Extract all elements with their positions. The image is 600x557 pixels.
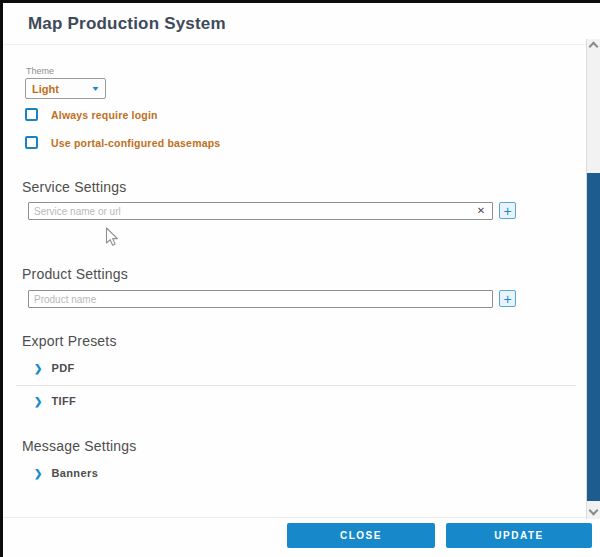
scrollbar-thumb[interactable]	[587, 173, 600, 501]
theme-select[interactable]: Light ▼	[25, 78, 106, 99]
checkbox[interactable]	[25, 136, 38, 149]
checkbox-row-always-require-login[interactable]: Always require login	[25, 108, 158, 121]
expander-label: TIFF	[51, 395, 76, 407]
theme-label: Theme	[26, 66, 54, 76]
message-settings-heading: Message Settings	[22, 438, 136, 454]
checkbox-row-portal-basemaps[interactable]: Use portal-configured basemaps	[25, 136, 220, 149]
add-service-button[interactable]: +	[499, 202, 516, 219]
product-settings-heading: Product Settings	[22, 266, 128, 282]
expander-pdf[interactable]: ❯ PDF	[34, 362, 75, 374]
expander-label: PDF	[51, 362, 74, 374]
scroll-down-button[interactable]	[589, 506, 599, 516]
header-divider	[3, 44, 586, 45]
checkbox[interactable]	[25, 108, 38, 121]
service-settings-heading: Service Settings	[22, 179, 126, 195]
chevron-right-icon: ❯	[34, 363, 42, 374]
expander-banners[interactable]: ❯ Banners	[34, 467, 98, 479]
clear-icon[interactable]: ✕	[475, 205, 487, 217]
checkbox-label: Use portal-configured basemaps	[51, 137, 220, 149]
row-divider	[16, 385, 576, 386]
close-button[interactable]: CLOSE	[287, 523, 435, 548]
service-name-input[interactable]	[28, 202, 493, 220]
update-button[interactable]: UPDATE	[446, 523, 592, 548]
export-presets-heading: Export Presets	[22, 333, 117, 349]
chevron-right-icon: ❯	[34, 468, 42, 479]
product-name-input[interactable]	[28, 290, 493, 308]
chevron-right-icon: ❯	[34, 396, 42, 407]
expander-tiff[interactable]: ❯ TIFF	[34, 395, 76, 407]
scroll-up-button[interactable]	[589, 42, 599, 52]
chevron-down-icon: ▼	[91, 85, 101, 92]
add-product-button[interactable]: +	[499, 290, 516, 307]
expander-label: Banners	[51, 467, 98, 479]
settings-dialog: Map Production System Theme Light ▼ Alwa…	[0, 0, 600, 557]
footer-divider	[3, 517, 589, 518]
page-title: Map Production System	[28, 14, 226, 34]
theme-selected-value: Light	[32, 83, 92, 95]
scrollbar-track[interactable]	[586, 39, 600, 519]
mouse-cursor	[105, 227, 120, 247]
checkbox-label: Always require login	[51, 109, 158, 121]
